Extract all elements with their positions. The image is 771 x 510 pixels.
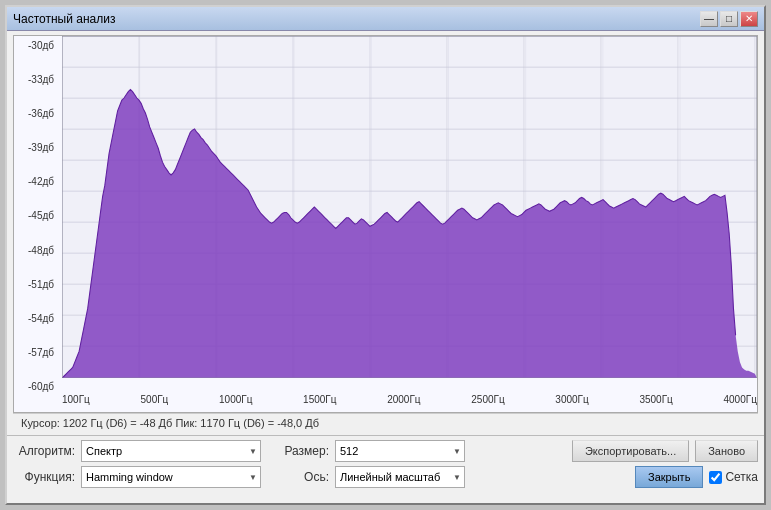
x-label-8: 4000Гц <box>724 394 757 405</box>
size-select-wrap: 512 <box>335 440 465 462</box>
x-label-4: 2000Гц <box>387 394 420 405</box>
size-select[interactable]: 512 <box>335 440 465 462</box>
controls-panel: Алгоритм: Спектр Размер: 512 Экспортиров… <box>7 435 764 503</box>
control-row-2: Функция: Hamming window Ось: Линейный ма… <box>13 466 758 488</box>
y-label-2: -36дб <box>18 108 58 119</box>
window-controls: — □ ✕ <box>700 11 758 27</box>
y-label-10: -60дб <box>18 381 58 392</box>
close-button[interactable]: ✕ <box>740 11 758 27</box>
y-label-0: -30дб <box>18 40 58 51</box>
x-label-1: 500Гц <box>141 394 169 405</box>
y-axis: -30дб -33дб -36дб -39дб -42дб -45дб -48д… <box>14 36 62 412</box>
y-label-8: -54дб <box>18 313 58 324</box>
function-select-wrap: Hamming window <box>81 466 261 488</box>
y-label-4: -42дб <box>18 176 58 187</box>
x-label-3: 1500Гц <box>303 394 336 405</box>
x-label-2: 1000Гц <box>219 394 252 405</box>
grid-checkbox-wrap: Сетка <box>709 470 758 484</box>
maximize-button[interactable]: □ <box>720 11 738 27</box>
spectrum-chart[interactable] <box>62 36 757 378</box>
axis-select[interactable]: Линейный масштаб <box>335 466 465 488</box>
axis-select-wrap: Линейный масштаб <box>335 466 465 488</box>
grid-label: Сетка <box>725 470 758 484</box>
chart-area: -30дб -33дб -36дб -39дб -42дб -45дб -48д… <box>13 35 758 413</box>
x-label-7: 3500Гц <box>639 394 672 405</box>
status-text: Курсор: 1202 Гц (D6) = -48 Дб Пик: 1170 … <box>21 417 319 429</box>
close-button[interactable]: Закрыть <box>635 466 703 488</box>
algorithm-select[interactable]: Спектр <box>81 440 261 462</box>
y-label-9: -57дб <box>18 347 58 358</box>
status-bar: Курсор: 1202 Гц (D6) = -48 Дб Пик: 1170 … <box>13 413 758 435</box>
y-label-7: -51дб <box>18 279 58 290</box>
x-label-5: 2500Гц <box>471 394 504 405</box>
grid-checkbox[interactable] <box>709 471 722 484</box>
main-window: Частотный анализ — □ ✕ -30дб -33дб -36дб… <box>5 5 766 505</box>
x-axis: 100Гц 500Гц 1000Гц 1500Гц 2000Гц 2500Гц … <box>62 392 757 412</box>
minimize-button[interactable]: — <box>700 11 718 27</box>
control-row-1: Алгоритм: Спектр Размер: 512 Экспортиров… <box>13 440 758 462</box>
function-select[interactable]: Hamming window <box>81 466 261 488</box>
axis-label: Ось: <box>267 470 329 484</box>
x-label-6: 3000Гц <box>555 394 588 405</box>
y-label-3: -39дб <box>18 142 58 153</box>
reset-button[interactable]: Заново <box>695 440 758 462</box>
algorithm-label: Алгоритм: <box>13 444 75 458</box>
export-button[interactable]: Экспортировать... <box>572 440 689 462</box>
y-label-5: -45дб <box>18 210 58 221</box>
function-label: Функция: <box>13 470 75 484</box>
y-label-1: -33дб <box>18 74 58 85</box>
window-title: Частотный анализ <box>13 12 115 26</box>
algorithm-select-wrap: Спектр <box>81 440 261 462</box>
y-label-6: -48дб <box>18 245 58 256</box>
title-bar: Частотный анализ — □ ✕ <box>7 7 764 31</box>
size-label: Размер: <box>267 444 329 458</box>
x-label-0: 100Гц <box>62 394 90 405</box>
